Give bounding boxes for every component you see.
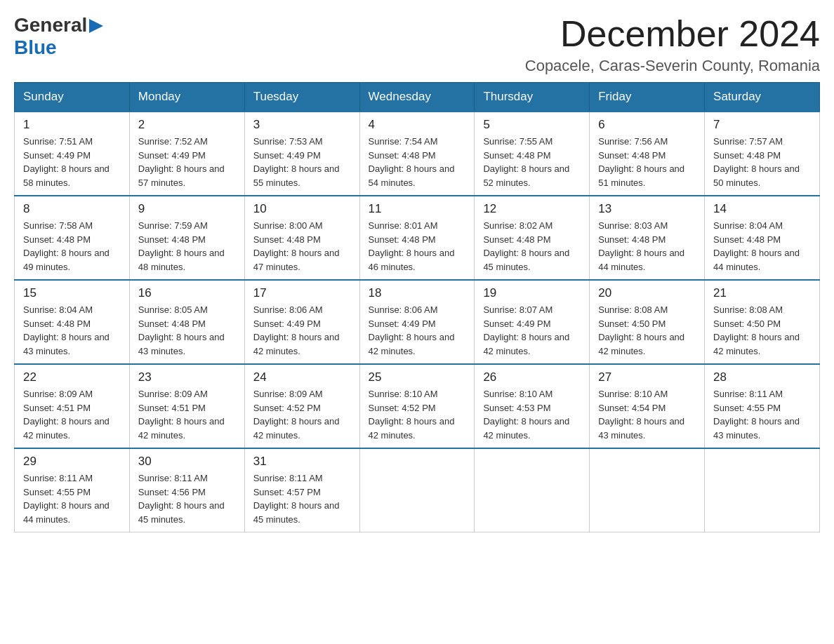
day-info: Sunrise: 8:10 AM Sunset: 4:53 PM Dayligh… bbox=[483, 387, 581, 442]
calendar-cell: 21 Sunrise: 8:08 AM Sunset: 4:50 PM Dayl… bbox=[705, 280, 820, 364]
day-number: 11 bbox=[369, 202, 466, 216]
calendar-cell: 13 Sunrise: 8:03 AM Sunset: 4:48 PM Dayl… bbox=[590, 196, 705, 280]
day-info: Sunrise: 7:52 AM Sunset: 4:49 PM Dayligh… bbox=[138, 135, 236, 189]
calendar-cell: 6 Sunrise: 7:56 AM Sunset: 4:48 PM Dayli… bbox=[590, 112, 705, 196]
calendar-cell: 29 Sunrise: 8:11 AM Sunset: 4:55 PM Dayl… bbox=[15, 448, 130, 532]
calendar-cell: 10 Sunrise: 8:00 AM Sunset: 4:48 PM Dayl… bbox=[244, 196, 359, 280]
day-info: Sunrise: 8:08 AM Sunset: 4:50 PM Dayligh… bbox=[713, 303, 811, 358]
day-number: 10 bbox=[253, 202, 351, 216]
day-info: Sunrise: 8:09 AM Sunset: 4:51 PM Dayligh… bbox=[138, 387, 236, 442]
header-friday: Friday bbox=[590, 83, 705, 112]
day-number: 15 bbox=[23, 286, 121, 300]
day-number: 20 bbox=[598, 286, 696, 300]
week-row-1: 1 Sunrise: 7:51 AM Sunset: 4:49 PM Dayli… bbox=[15, 112, 820, 196]
day-number: 7 bbox=[713, 118, 811, 132]
day-info: Sunrise: 7:55 AM Sunset: 4:48 PM Dayligh… bbox=[483, 135, 581, 189]
calendar-cell: 30 Sunrise: 8:11 AM Sunset: 4:56 PM Dayl… bbox=[129, 448, 244, 532]
week-row-2: 8 Sunrise: 7:58 AM Sunset: 4:48 PM Dayli… bbox=[15, 196, 820, 280]
logo-arrow-icon bbox=[89, 16, 103, 36]
calendar-cell bbox=[590, 448, 705, 532]
day-info: Sunrise: 8:11 AM Sunset: 4:56 PM Dayligh… bbox=[138, 471, 236, 526]
day-number: 27 bbox=[598, 370, 696, 384]
day-number: 23 bbox=[138, 370, 236, 384]
calendar-cell: 28 Sunrise: 8:11 AM Sunset: 4:55 PM Dayl… bbox=[705, 364, 820, 448]
header-monday: Monday bbox=[129, 83, 244, 112]
day-number: 24 bbox=[253, 370, 351, 384]
day-info: Sunrise: 8:00 AM Sunset: 4:48 PM Dayligh… bbox=[253, 219, 351, 274]
logo: General Blue bbox=[14, 14, 103, 59]
day-number: 5 bbox=[483, 118, 581, 132]
svg-marker-0 bbox=[89, 19, 103, 33]
header-tuesday: Tuesday bbox=[244, 83, 359, 112]
weekday-header-row: Sunday Monday Tuesday Wednesday Thursday… bbox=[15, 83, 820, 112]
day-info: Sunrise: 8:06 AM Sunset: 4:49 PM Dayligh… bbox=[253, 303, 351, 358]
calendar-cell: 19 Sunrise: 8:07 AM Sunset: 4:49 PM Dayl… bbox=[475, 280, 590, 364]
day-number: 2 bbox=[138, 118, 236, 132]
calendar-cell: 11 Sunrise: 8:01 AM Sunset: 4:48 PM Dayl… bbox=[359, 196, 475, 280]
calendar-cell: 4 Sunrise: 7:54 AM Sunset: 4:48 PM Dayli… bbox=[359, 112, 475, 196]
day-number: 31 bbox=[253, 455, 351, 469]
day-number: 22 bbox=[23, 370, 121, 384]
day-number: 17 bbox=[253, 286, 351, 300]
day-number: 4 bbox=[369, 118, 466, 132]
calendar-cell: 16 Sunrise: 8:05 AM Sunset: 4:48 PM Dayl… bbox=[129, 280, 244, 364]
calendar-cell: 1 Sunrise: 7:51 AM Sunset: 4:49 PM Dayli… bbox=[15, 112, 130, 196]
day-info: Sunrise: 8:03 AM Sunset: 4:48 PM Dayligh… bbox=[598, 219, 696, 274]
calendar-cell: 18 Sunrise: 8:06 AM Sunset: 4:49 PM Dayl… bbox=[359, 280, 475, 364]
calendar-cell bbox=[475, 448, 590, 532]
day-number: 12 bbox=[483, 202, 581, 216]
day-info: Sunrise: 8:11 AM Sunset: 4:55 PM Dayligh… bbox=[713, 387, 811, 442]
day-number: 19 bbox=[483, 286, 581, 300]
calendar-cell bbox=[359, 448, 475, 532]
day-number: 6 bbox=[598, 118, 696, 132]
calendar-cell: 31 Sunrise: 8:11 AM Sunset: 4:57 PM Dayl… bbox=[244, 448, 359, 532]
day-number: 1 bbox=[23, 118, 121, 132]
day-info: Sunrise: 8:07 AM Sunset: 4:49 PM Dayligh… bbox=[483, 303, 581, 358]
day-info: Sunrise: 8:06 AM Sunset: 4:49 PM Dayligh… bbox=[369, 303, 466, 358]
week-row-4: 22 Sunrise: 8:09 AM Sunset: 4:51 PM Dayl… bbox=[15, 364, 820, 448]
day-info: Sunrise: 8:10 AM Sunset: 4:52 PM Dayligh… bbox=[369, 387, 466, 442]
day-number: 28 bbox=[713, 370, 811, 384]
day-number: 18 bbox=[369, 286, 466, 300]
day-info: Sunrise: 8:09 AM Sunset: 4:51 PM Dayligh… bbox=[23, 387, 121, 442]
calendar-cell: 7 Sunrise: 7:57 AM Sunset: 4:48 PM Dayli… bbox=[705, 112, 820, 196]
calendar-cell: 3 Sunrise: 7:53 AM Sunset: 4:49 PM Dayli… bbox=[244, 112, 359, 196]
day-number: 3 bbox=[253, 118, 351, 132]
day-info: Sunrise: 7:57 AM Sunset: 4:48 PM Dayligh… bbox=[713, 135, 811, 189]
header-sunday: Sunday bbox=[15, 83, 130, 112]
month-title: December 2024 bbox=[525, 14, 820, 54]
day-info: Sunrise: 8:01 AM Sunset: 4:48 PM Dayligh… bbox=[369, 219, 466, 274]
calendar-cell: 22 Sunrise: 8:09 AM Sunset: 4:51 PM Dayl… bbox=[15, 364, 130, 448]
day-number: 9 bbox=[138, 202, 236, 216]
day-number: 21 bbox=[713, 286, 811, 300]
day-info: Sunrise: 8:11 AM Sunset: 4:55 PM Dayligh… bbox=[23, 471, 121, 526]
title-block: December 2024 Copacele, Caras-Severin Co… bbox=[525, 14, 820, 75]
day-number: 13 bbox=[598, 202, 696, 216]
calendar-cell: 17 Sunrise: 8:06 AM Sunset: 4:49 PM Dayl… bbox=[244, 280, 359, 364]
calendar-cell: 25 Sunrise: 8:10 AM Sunset: 4:52 PM Dayl… bbox=[359, 364, 475, 448]
day-info: Sunrise: 8:10 AM Sunset: 4:54 PM Dayligh… bbox=[598, 387, 696, 442]
day-info: Sunrise: 8:08 AM Sunset: 4:50 PM Dayligh… bbox=[598, 303, 696, 358]
week-row-5: 29 Sunrise: 8:11 AM Sunset: 4:55 PM Dayl… bbox=[15, 448, 820, 532]
day-info: Sunrise: 7:56 AM Sunset: 4:48 PM Dayligh… bbox=[598, 135, 696, 189]
calendar-cell bbox=[705, 448, 820, 532]
day-info: Sunrise: 8:04 AM Sunset: 4:48 PM Dayligh… bbox=[713, 219, 811, 274]
calendar-cell: 27 Sunrise: 8:10 AM Sunset: 4:54 PM Dayl… bbox=[590, 364, 705, 448]
day-number: 30 bbox=[138, 455, 236, 469]
day-number: 8 bbox=[23, 202, 121, 216]
calendar-cell: 9 Sunrise: 7:59 AM Sunset: 4:48 PM Dayli… bbox=[129, 196, 244, 280]
calendar-cell: 24 Sunrise: 8:09 AM Sunset: 4:52 PM Dayl… bbox=[244, 364, 359, 448]
calendar-cell: 8 Sunrise: 7:58 AM Sunset: 4:48 PM Dayli… bbox=[15, 196, 130, 280]
day-info: Sunrise: 8:11 AM Sunset: 4:57 PM Dayligh… bbox=[253, 471, 351, 526]
header-wednesday: Wednesday bbox=[359, 83, 475, 112]
day-info: Sunrise: 8:05 AM Sunset: 4:48 PM Dayligh… bbox=[138, 303, 236, 358]
day-number: 14 bbox=[713, 202, 811, 216]
calendar-cell: 23 Sunrise: 8:09 AM Sunset: 4:51 PM Dayl… bbox=[129, 364, 244, 448]
calendar-cell: 14 Sunrise: 8:04 AM Sunset: 4:48 PM Dayl… bbox=[705, 196, 820, 280]
day-info: Sunrise: 7:53 AM Sunset: 4:49 PM Dayligh… bbox=[253, 135, 351, 189]
day-info: Sunrise: 7:51 AM Sunset: 4:49 PM Dayligh… bbox=[23, 135, 121, 189]
day-info: Sunrise: 8:02 AM Sunset: 4:48 PM Dayligh… bbox=[483, 219, 581, 274]
day-number: 26 bbox=[483, 370, 581, 384]
calendar-cell: 26 Sunrise: 8:10 AM Sunset: 4:53 PM Dayl… bbox=[475, 364, 590, 448]
calendar-table: Sunday Monday Tuesday Wednesday Thursday… bbox=[14, 82, 820, 532]
